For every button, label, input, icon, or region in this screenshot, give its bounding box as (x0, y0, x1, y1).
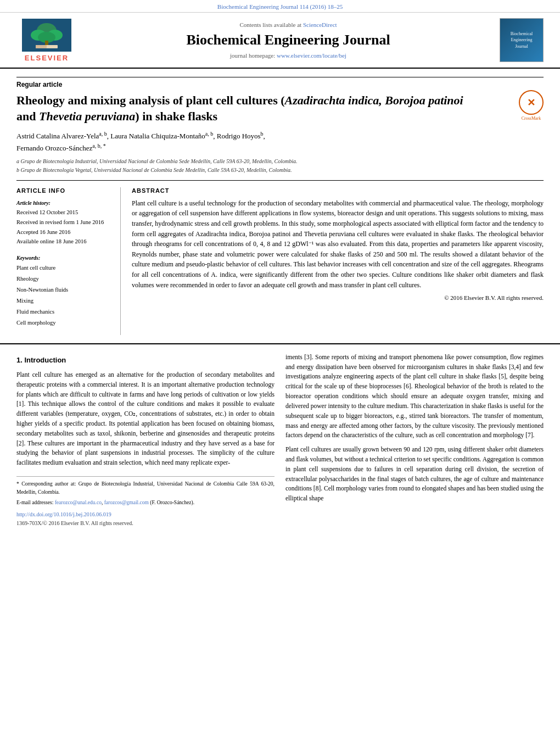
crossmark-area: ✕ CrossMark (519, 90, 544, 121)
issn-line: 1369-703X/© 2016 Elsevier B.V. All right… (16, 519, 275, 528)
footnote-area: * Corresponding author at: Grupo de Biot… (16, 476, 275, 528)
logo-text: Biochemical Engineering Journal (511, 31, 533, 49)
page: Biochemical Engineering Journal 114 (201… (0, 0, 560, 742)
elsevier-text: ELSEVIER (25, 54, 69, 62)
article-title: Rheology and mixing analysis of plant ce… (16, 93, 472, 124)
doi-link[interactable]: http://dx.doi.org/10.1016/j.bej.2016.06.… (16, 511, 111, 517)
article-info-abstract: ARTICLE INFO Article history: Received 1… (16, 180, 544, 335)
intro-para-3: Plant cell cultures are usually grown be… (285, 445, 544, 504)
homepage-url[interactable]: www.elsevier.com/locate/bej (277, 52, 346, 59)
authors-line: Astrid Catalina Alvarez-Yelaa, b, Laura … (16, 130, 544, 154)
publisher-logo-area: ELSEVIER (11, 19, 82, 62)
corresponding-note: * Corresponding author at: Grupo de Biot… (16, 480, 275, 496)
abstract-text: Plant cell culture is a useful technolog… (132, 198, 544, 290)
title-area: ✕ CrossMark Rheology and mixing analysis… (16, 93, 544, 130)
crossmark-label: CrossMark (519, 116, 544, 121)
journal-citation: Biochemical Engineering Journal 114 (201… (217, 3, 343, 10)
introduction-heading: 1. Introduction (16, 355, 275, 366)
elsevier-tree-logo (22, 19, 71, 52)
intro-para-2: iments [3]. Some reports of mixing and t… (285, 353, 544, 440)
journal-citation-bar: Biochemical Engineering Journal 114 (201… (0, 0, 560, 13)
article-content: Regular article ✕ CrossMark Rheology and… (0, 69, 560, 343)
copyright-line: © 2016 Elsevier B.V. All rights reserved… (132, 294, 544, 301)
svg-rect-7 (36, 45, 47, 48)
contents-available: Contents lists available at ScienceDirec… (88, 21, 489, 28)
article-history: Article history: Received 12 October 201… (16, 198, 112, 247)
affiliations: a Grupo de Biotecnología Industrial, Uni… (16, 157, 544, 175)
intro-para-1: Plant cell culture has emerged as an alt… (16, 370, 275, 468)
body-column-left: 1. Introduction Plant cell culture has e… (16, 353, 275, 528)
tree-svg (25, 20, 69, 50)
journal-name: Biochemical Engineering Journal (88, 31, 489, 48)
main-body: 1. Introduction Plant cell culture has e… (0, 343, 560, 536)
article-info-column: ARTICLE INFO Article history: Received 1… (16, 187, 121, 335)
abstract-column: ABSTRACT Plant cell culture is a useful … (132, 187, 544, 335)
abstract-title: ABSTRACT (132, 187, 544, 194)
journal-homepage: journal homepage: www.elsevier.com/locat… (88, 52, 489, 59)
sciencedirect-link[interactable]: ScienceDirect (303, 21, 337, 28)
email-link-2[interactable]: farozcos@gmail.com (104, 500, 149, 505)
keywords-list: Plant cell culture Rheology Non-Newtonia… (16, 263, 112, 328)
journal-title-area: Contents lists available at ScienceDirec… (88, 21, 489, 58)
journal-logo-right: Biochemical Engineering Journal (494, 18, 549, 62)
keywords-block: Keywords: Plant cell culture Rheology No… (16, 253, 112, 328)
article-info-title: ARTICLE INFO (16, 187, 112, 194)
article-type: Regular article (16, 77, 544, 88)
email-link-1[interactable]: fearozco@unal.edu.co (55, 500, 102, 505)
crossmark-icon: ✕ (519, 90, 544, 115)
email-line: E-mail addresses: fearozco@unal.edu.co, … (16, 499, 275, 507)
elsevier-logo: ELSEVIER (11, 19, 82, 62)
body-column-right: iments [3]. Some reports of mixing and t… (285, 353, 544, 528)
journal-logo-box: Biochemical Engineering Journal (500, 18, 544, 62)
journal-header: ELSEVIER Contents lists available at Sci… (0, 13, 560, 69)
doi-line: http://dx.doi.org/10.1016/j.bej.2016.06.… (16, 510, 275, 519)
